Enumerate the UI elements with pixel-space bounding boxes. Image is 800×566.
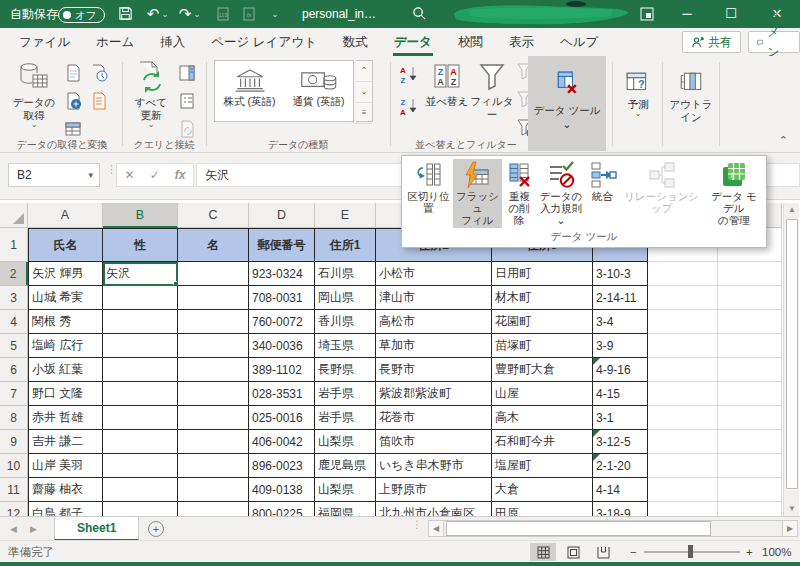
menu-tab-2[interactable]: 挿入 (147, 28, 198, 56)
cell-F5[interactable]: 草加市 (376, 334, 492, 358)
column-header-C[interactable]: C (178, 203, 249, 228)
cell-C2[interactable] (178, 262, 249, 286)
cell-J5[interactable] (718, 334, 782, 358)
cell-G6[interactable]: 豊野町大倉 (492, 358, 593, 382)
cell-B3[interactable] (103, 286, 178, 310)
name-box[interactable]: B2 ▾ (8, 163, 100, 187)
cell-E11[interactable]: 山梨県 (315, 478, 376, 502)
cell-H7[interactable]: 4-15 (593, 382, 648, 406)
new-sheet-button[interactable]: + (148, 521, 164, 537)
cell-G10[interactable]: 塩屋町 (492, 454, 593, 478)
scroll-left-icon[interactable]: ◀ (428, 520, 444, 537)
cell-C12[interactable] (178, 502, 249, 516)
cell-F9[interactable]: 笛吹市 (376, 430, 492, 454)
flyout-item-manage-data-model[interactable]: ijデータ モデル の管理 (704, 159, 764, 228)
cell-J12[interactable] (718, 502, 782, 516)
cell-F7[interactable]: 紫波郡紫波町 (376, 382, 492, 406)
cell-D1[interactable]: 郵便番号 (249, 228, 315, 262)
cell-B2[interactable]: 矢沢 (103, 262, 178, 286)
cell-D9[interactable]: 406-0042 (249, 430, 315, 454)
cell-I6[interactable] (648, 358, 718, 382)
cell-I12[interactable] (648, 502, 718, 516)
cell-J2[interactable] (718, 262, 782, 286)
undo-dropdown-icon[interactable]: ⌄ (160, 0, 170, 28)
cell-G7[interactable]: 山屋 (492, 382, 593, 406)
cell-I10[interactable] (648, 454, 718, 478)
collapse-ribbon-icon[interactable]: ⌃ (779, 134, 788, 147)
cell-H8[interactable]: 3-1 (593, 406, 648, 430)
cell-B7[interactable] (103, 382, 178, 406)
cell-D5[interactable]: 340-0036 (249, 334, 315, 358)
column-header-D[interactable]: D (249, 203, 315, 228)
flyout-item-flash-fill[interactable]: フラッシュ フィル (453, 159, 502, 228)
gallery-up-icon[interactable]: ⌃ (356, 61, 372, 82)
menu-tab-4[interactable]: 数式 (330, 28, 381, 56)
data-tools-group-button[interactable]: データ ツール ⌄ (528, 56, 606, 151)
cell-H11[interactable]: 4-14 (593, 478, 648, 502)
row-header-2[interactable]: 2 (0, 262, 28, 286)
page-break-view-icon[interactable] (590, 543, 616, 561)
cell-B11[interactable] (103, 478, 178, 502)
menu-tab-0[interactable]: ファイル (6, 28, 83, 56)
cell-H12[interactable]: 3-18-9 (593, 502, 648, 516)
flyout-item-remove-duplicates[interactable]: 重複 の削除 (502, 159, 536, 228)
cell-B5[interactable] (103, 334, 178, 358)
cell-A8[interactable]: 赤井 哲雄 (28, 406, 103, 430)
cell-I5[interactable] (648, 334, 718, 358)
cell-I3[interactable] (648, 286, 718, 310)
cell-A7[interactable]: 野口 文隆 (28, 382, 103, 406)
cell-C9[interactable] (178, 430, 249, 454)
row-header-12[interactable]: 12 (0, 502, 28, 516)
forecast-button[interactable]: ? 予測 ⌄ (618, 70, 658, 117)
cell-H3[interactable]: 2-14-11 (593, 286, 648, 310)
vertical-scrollbar[interactable]: ▲ ▼ (783, 203, 799, 516)
cell-E10[interactable]: 鹿児島県 (315, 454, 376, 478)
cell-G4[interactable]: 花園町 (492, 310, 593, 334)
zoom-slider-thumb[interactable] (688, 545, 693, 558)
cell-A3[interactable]: 山城 希実 (28, 286, 103, 310)
column-header-A[interactable]: A (28, 203, 103, 228)
cell-E1[interactable]: 住所1 (315, 228, 376, 262)
cell-F6[interactable]: 長野市 (376, 358, 492, 382)
cancel-entry-icon[interactable]: ✕ (125, 168, 135, 182)
minimize-button[interactable]: ─ (672, 0, 702, 28)
share-button[interactable]: 共有 (682, 31, 741, 53)
existing-connections-icon[interactable] (90, 92, 110, 112)
cell-D8[interactable]: 025-0016 (249, 406, 315, 430)
cell-C4[interactable] (178, 310, 249, 334)
cell-E8[interactable]: 岩手県 (315, 406, 376, 430)
flyout-item-data-validation[interactable]: データの 入力規則 ⌄ (536, 159, 585, 228)
cell-B10[interactable] (103, 454, 178, 478)
from-table-range-icon[interactable] (64, 92, 84, 112)
cell-J4[interactable] (718, 310, 782, 334)
cell-C11[interactable] (178, 478, 249, 502)
cell-H2[interactable]: 3-10-3 (593, 262, 648, 286)
cell-D10[interactable]: 896-0023 (249, 454, 315, 478)
cell-G3[interactable]: 材木町 (492, 286, 593, 310)
scroll-right-icon[interactable]: ▶ (782, 520, 798, 537)
row-header-11[interactable]: 11 (0, 478, 28, 502)
cell-E5[interactable]: 埼玉県 (315, 334, 376, 358)
search-icon[interactable] (410, 0, 428, 28)
normal-view-icon[interactable] (530, 543, 556, 561)
cell-F11[interactable]: 上野原市 (376, 478, 492, 502)
from-sheet-icon[interactable] (64, 120, 84, 140)
cell-I9[interactable] (648, 430, 718, 454)
cell-A5[interactable]: 塩崎 広行 (28, 334, 103, 358)
cell-B8[interactable] (103, 406, 178, 430)
cell-G9[interactable]: 石和町今井 (492, 430, 593, 454)
row-header-1[interactable]: 1 (0, 228, 28, 262)
cell-I4[interactable] (648, 310, 718, 334)
row-header-10[interactable]: 10 (0, 454, 28, 478)
flyout-item-consolidate[interactable]: 統合 (586, 159, 620, 204)
cell-E7[interactable]: 岩手県 (315, 382, 376, 406)
cell-D7[interactable]: 028-3531 (249, 382, 315, 406)
select-all-button[interactable] (0, 203, 28, 228)
cell-D3[interactable]: 708-0031 (249, 286, 315, 310)
cell-F12[interactable]: 北九州市小倉南区 (376, 502, 492, 516)
cell-B1[interactable]: 性 (103, 228, 178, 262)
column-header-E[interactable]: E (315, 203, 376, 228)
queries-connections-icon[interactable] (178, 64, 198, 84)
comment-button[interactable]: コメント (748, 31, 800, 53)
cell-E6[interactable]: 長野県 (315, 358, 376, 382)
